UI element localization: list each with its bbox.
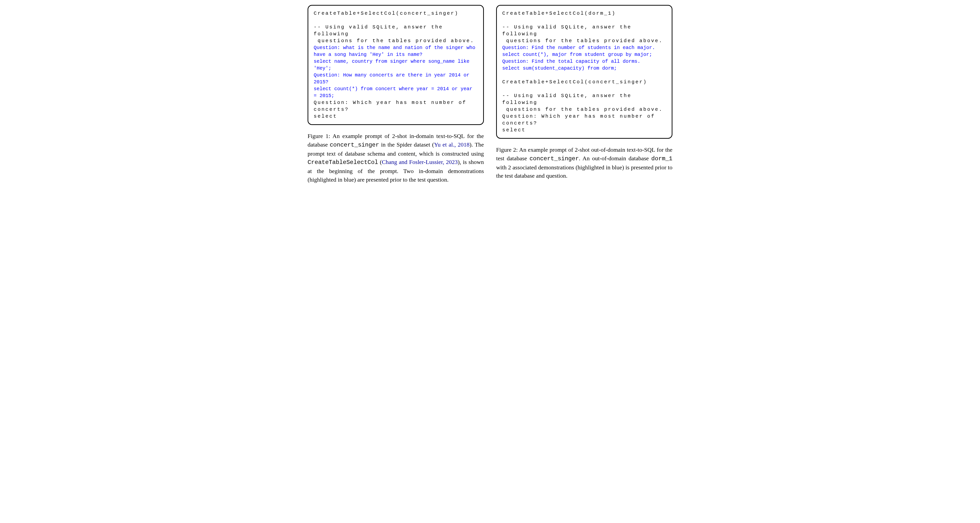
figure-1-caption: Figure 1: An example prompt of 2-shot in…: [307, 132, 484, 184]
fig2-code-blue-demo: Question: Find the number of students in…: [502, 45, 655, 71]
fig2-code-line1: CreateTable+SelectCol(dorm_1): [502, 11, 616, 16]
fig1-mono2: CreateTableSelectCol: [307, 159, 378, 166]
figure-2-column: CreateTable+SelectCol(dorm_1) -- Using v…: [496, 5, 673, 184]
figure-2-caption: Figure 2: An example prompt of 2-shot ou…: [496, 145, 673, 180]
fig2-mono1: concert_singer: [530, 155, 579, 162]
fig1-code-blue-demo: Question: what is the name and nation of…: [314, 45, 478, 99]
fig2-caption-part2: . An out-of-domain database: [579, 155, 651, 161]
fig2-label: Figure 2:: [496, 147, 518, 153]
fig2-code-line3: CreateTable+SelectCol(concert_singer): [502, 79, 647, 85]
figure-1-column: CreateTable+SelectCol(concert_singer) --…: [307, 5, 484, 184]
fig1-label: Figure 1:: [307, 133, 330, 139]
figure-2-code-box: CreateTable+SelectCol(dorm_1) -- Using v…: [496, 5, 673, 139]
fig1-caption-part2: in the Spider dataset (: [379, 142, 434, 148]
fig1-cite1: Yu et al., 2018: [434, 142, 470, 148]
fig2-code-line4: -- Using valid SQLite, answer the follow…: [502, 93, 663, 133]
fig2-caption-part3: with 2 associated demonstrations (highli…: [496, 164, 673, 179]
fig1-code-line3: Question: Which year has most number of …: [314, 100, 471, 119]
fig2-mono2: dorm_1: [651, 155, 673, 162]
fig1-caption-part4: (: [378, 159, 382, 165]
fig2-code-line2: -- Using valid SQLite, answer the follow…: [502, 24, 663, 44]
fig1-cite2: Chang and Fosler-Lussier, 2023: [382, 159, 458, 165]
figure-1-code-box: CreateTable+SelectCol(concert_singer) --…: [307, 5, 484, 125]
fig1-code-line2: -- Using valid SQLite, answer the follow…: [314, 24, 474, 44]
fig1-code-line1: CreateTable+SelectCol(concert_singer): [314, 11, 459, 16]
fig1-mono1: concert_singer: [329, 142, 379, 148]
